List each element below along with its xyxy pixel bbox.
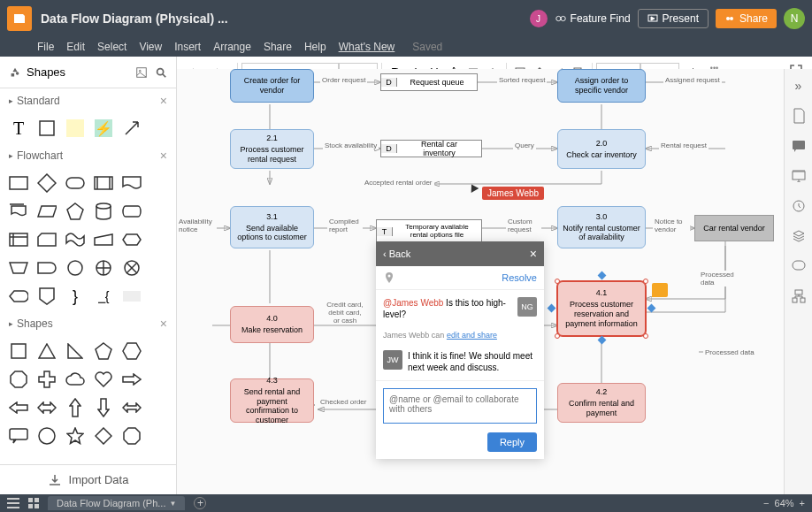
fc-database[interactable] bbox=[94, 202, 113, 221]
sh-heart[interactable] bbox=[94, 370, 113, 389]
section-standard[interactable]: ▸Standard× bbox=[0, 88, 176, 113]
fc-terminator[interactable] bbox=[65, 173, 85, 193]
collapse-rail-button[interactable]: » bbox=[791, 78, 807, 94]
fc-blank[interactable] bbox=[122, 287, 142, 306]
node-30[interactable]: 3.0Notify rental customer of availabilit… bbox=[557, 206, 646, 248]
sh-poly8[interactable] bbox=[122, 426, 142, 446]
datastore-temp[interactable]: TTemporary available rental options file bbox=[376, 219, 482, 244]
shape-note[interactable] bbox=[65, 118, 85, 138]
menu-select[interactable]: Select bbox=[97, 41, 126, 53]
sh-callout[interactable] bbox=[9, 426, 28, 446]
add-page-button[interactable]: + bbox=[194, 497, 206, 509]
sh-square[interactable] bbox=[9, 341, 28, 361]
comments-icon[interactable] bbox=[791, 138, 807, 154]
fc-data[interactable] bbox=[37, 202, 57, 221]
datastore-request-queue[interactable]: DRequest queue bbox=[380, 73, 478, 91]
fc-rect[interactable] bbox=[9, 173, 28, 193]
fc-note[interactable]: ⎯{ bbox=[94, 287, 113, 306]
fc-or[interactable] bbox=[122, 258, 142, 278]
grid-view-icon[interactable] bbox=[28, 498, 39, 508]
sh-cloud[interactable] bbox=[65, 370, 85, 389]
master-icon[interactable] bbox=[791, 288, 807, 304]
zoom-out-button[interactable]: − bbox=[763, 498, 769, 508]
resolve-button[interactable]: Resolve bbox=[502, 272, 537, 283]
sh-triangle[interactable] bbox=[37, 341, 57, 361]
node-21[interactable]: 2.1Process customer rental request bbox=[230, 129, 314, 169]
present-button[interactable]: Present bbox=[638, 9, 709, 28]
comment-input[interactable] bbox=[383, 388, 537, 424]
sh-arrow-down[interactable] bbox=[94, 398, 113, 417]
menu-insert[interactable]: Insert bbox=[174, 41, 201, 53]
node-42[interactable]: 4.2Confirm rental and payment bbox=[557, 383, 646, 423]
fc-internal[interactable] bbox=[9, 230, 28, 249]
collaborator-avatar-j[interactable]: J bbox=[530, 10, 548, 27]
shape-text[interactable]: T bbox=[9, 118, 28, 138]
fc-document[interactable] bbox=[122, 173, 142, 193]
close-icon[interactable]: × bbox=[160, 149, 167, 163]
section-shapes[interactable]: ▸Shapes× bbox=[0, 311, 176, 336]
node-20[interactable]: 2.0Check car inventory bbox=[557, 129, 646, 169]
datastore-inventory[interactable]: DRental car inventory bbox=[380, 140, 482, 157]
shape-arrow[interactable] bbox=[122, 118, 142, 138]
presentation-icon[interactable] bbox=[791, 168, 807, 184]
sh-arrow-lr[interactable] bbox=[122, 398, 142, 417]
menu-help[interactable]: Help bbox=[304, 41, 326, 53]
section-flowchart[interactable]: ▸Flowchart× bbox=[0, 143, 176, 168]
node-create-order[interactable]: Create order for vendor bbox=[230, 69, 314, 103]
fc-card[interactable] bbox=[37, 230, 57, 249]
menu-share[interactable]: Share bbox=[264, 41, 292, 53]
sh-right-triangle[interactable] bbox=[65, 341, 85, 361]
menu-whats-new[interactable]: What's New bbox=[339, 41, 395, 53]
menu-view[interactable]: View bbox=[139, 41, 162, 53]
sh-diamond2[interactable] bbox=[94, 426, 113, 446]
canvas[interactable]: Create order for vendor Assign order to … bbox=[177, 69, 784, 494]
sh-pentagon[interactable] bbox=[94, 341, 113, 361]
sh-octagon[interactable] bbox=[9, 370, 28, 389]
fc-summing[interactable] bbox=[94, 258, 113, 278]
fc-display[interactable] bbox=[9, 287, 28, 306]
sh-cross[interactable] bbox=[37, 370, 57, 389]
fc-connector[interactable] bbox=[65, 258, 85, 278]
fc-diamond[interactable] bbox=[37, 173, 57, 193]
sh-circle[interactable] bbox=[37, 426, 57, 446]
import-data-button[interactable]: Import Data bbox=[0, 464, 176, 494]
sh-hexagon[interactable] bbox=[122, 341, 142, 361]
node-40[interactable]: 4.0Make reservation bbox=[230, 306, 314, 343]
node-41-selected[interactable]: 4.1Process customer reservation and paym… bbox=[557, 281, 646, 336]
fc-manual-input[interactable] bbox=[94, 230, 113, 249]
menu-arrange[interactable]: Arrange bbox=[213, 41, 251, 53]
list-view-icon[interactable] bbox=[7, 498, 19, 508]
fc-directdata[interactable] bbox=[122, 202, 142, 221]
comment-close-button[interactable]: × bbox=[530, 247, 537, 261]
search-icon[interactable] bbox=[155, 66, 167, 79]
share-button[interactable]: Share bbox=[716, 9, 777, 28]
zoom-in-button[interactable]: + bbox=[800, 498, 805, 508]
document-title[interactable]: Data Flow Diagram (Physical) ... bbox=[41, 11, 228, 26]
menu-file[interactable]: File bbox=[37, 41, 54, 53]
shapes-panel-toggle[interactable]: Shapes bbox=[0, 57, 177, 88]
chat-icon[interactable] bbox=[791, 258, 807, 274]
user-avatar-n[interactable]: N bbox=[784, 8, 805, 29]
sh-arrow-right[interactable] bbox=[122, 370, 142, 389]
feature-find-button[interactable]: Feature Find bbox=[555, 12, 631, 25]
reply-button[interactable]: Reply bbox=[487, 432, 537, 452]
fc-offpage[interactable] bbox=[37, 287, 57, 306]
fc-predefined[interactable] bbox=[94, 173, 113, 193]
app-icon[interactable] bbox=[7, 6, 32, 31]
fc-tape[interactable] bbox=[65, 230, 85, 249]
sh-arrow-double[interactable] bbox=[37, 398, 57, 417]
fc-pentagon[interactable] bbox=[65, 202, 85, 221]
image-icon[interactable] bbox=[135, 66, 148, 79]
fc-brace-open[interactable]: } bbox=[65, 287, 85, 306]
zoom-value[interactable]: 64% bbox=[775, 498, 794, 508]
node-31[interactable]: 3.1Send available options to customer bbox=[230, 206, 314, 248]
layers-icon[interactable] bbox=[791, 228, 807, 244]
node-vendor[interactable]: Car rental vendor bbox=[694, 215, 774, 241]
shape-hotspot[interactable]: ⚡ bbox=[94, 118, 113, 138]
sh-arrow-left[interactable] bbox=[9, 398, 28, 417]
comment-marker-icon[interactable] bbox=[652, 283, 668, 297]
menu-edit[interactable]: Edit bbox=[66, 41, 85, 53]
sh-arrow-up[interactable] bbox=[65, 398, 85, 417]
close-icon[interactable]: × bbox=[160, 94, 167, 108]
fc-delay[interactable] bbox=[37, 258, 57, 278]
